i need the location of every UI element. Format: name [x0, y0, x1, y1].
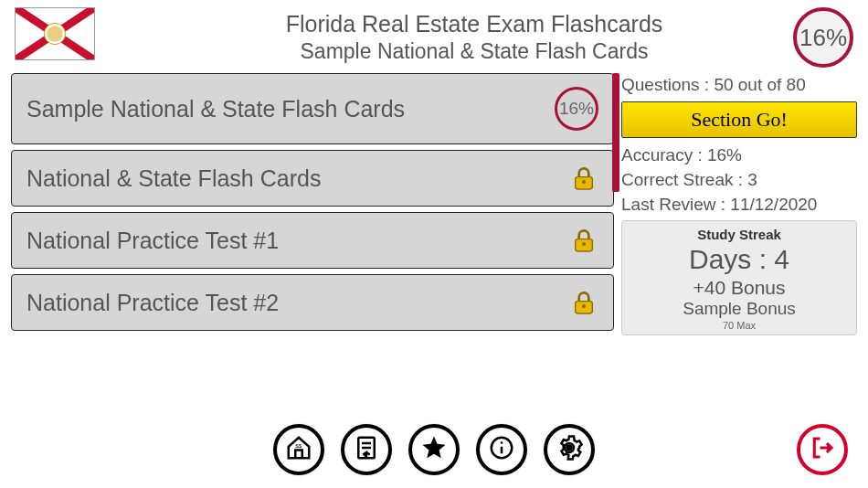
overall-progress-badge: 16%	[793, 7, 853, 68]
app-title: Florida Real Estate Exam Flashcards	[95, 11, 853, 37]
deck-label: National & State Flash Cards	[26, 165, 321, 192]
svg-point-8	[582, 242, 586, 246]
stats-panel: Questions : 50 out of 80 Section Go! Acc…	[621, 73, 857, 336]
section-go-button[interactable]: Section Go!	[621, 101, 857, 138]
study-streak-box: Study Streak Days : 4 +40 Bonus Sample B…	[621, 220, 857, 335]
svg-point-18	[566, 444, 573, 451]
streak-sample: Sample Bonus	[628, 299, 851, 319]
svg-text:$$: $$	[295, 442, 302, 449]
deck-list: Sample National & State Flash Cards 16% …	[11, 73, 614, 336]
app-subtitle: Sample National & State Flash Cards	[95, 39, 853, 64]
lock-icon	[569, 164, 598, 193]
favorites-button[interactable]	[408, 424, 460, 475]
scrollbar[interactable]	[612, 73, 619, 192]
deck-progress-badge: 16%	[555, 87, 598, 131]
settings-button[interactable]	[544, 424, 595, 475]
info-icon	[488, 434, 515, 465]
streak-max: 70 Max	[628, 320, 851, 331]
deck-row-practice-2[interactable]: National Practice Test #2	[11, 274, 614, 331]
lock-icon	[569, 226, 598, 255]
exit-button[interactable]	[797, 424, 848, 475]
star-icon	[420, 434, 448, 465]
deck-label: National Practice Test #2	[26, 290, 279, 316]
streak-bonus: +40 Bonus	[628, 277, 851, 299]
svg-point-17	[501, 441, 503, 444]
florida-flag-icon	[15, 7, 95, 60]
streak-days: Days : 4	[628, 244, 851, 275]
home-button[interactable]: $$	[273, 424, 324, 475]
correct-streak-stat: Correct Streak : 3	[621, 170, 857, 190]
deck-row-practice-1[interactable]: National Practice Test #1	[11, 212, 614, 269]
last-review-stat: Last Review : 11/12/2020	[621, 195, 857, 215]
deck-row-national-state[interactable]: National & State Flash Cards	[11, 150, 614, 207]
bottom-nav: $$	[0, 424, 868, 475]
title-block: Florida Real Estate Exam Flashcards Samp…	[95, 7, 853, 64]
deck-label: Sample National & State Flash Cards	[26, 96, 405, 122]
lock-icon	[569, 288, 598, 317]
report-button[interactable]	[341, 424, 392, 475]
svg-point-6	[582, 180, 586, 184]
svg-point-10	[582, 304, 586, 308]
deck-row-sample[interactable]: Sample National & State Flash Cards 16%	[11, 73, 614, 144]
exit-icon	[809, 434, 836, 465]
svg-point-4	[47, 26, 62, 41]
streak-title: Study Streak	[628, 227, 851, 242]
accuracy-stat: Accuracy : 16%	[621, 145, 857, 165]
home-icon: $$	[285, 434, 312, 465]
report-icon	[353, 434, 380, 465]
info-button[interactable]	[476, 424, 527, 475]
header: Florida Real Estate Exam Flashcards Samp…	[0, 0, 868, 64]
deck-label: National Practice Test #1	[26, 228, 279, 254]
gear-icon	[556, 434, 583, 465]
questions-stat: Questions : 50 out of 80	[621, 75, 857, 95]
